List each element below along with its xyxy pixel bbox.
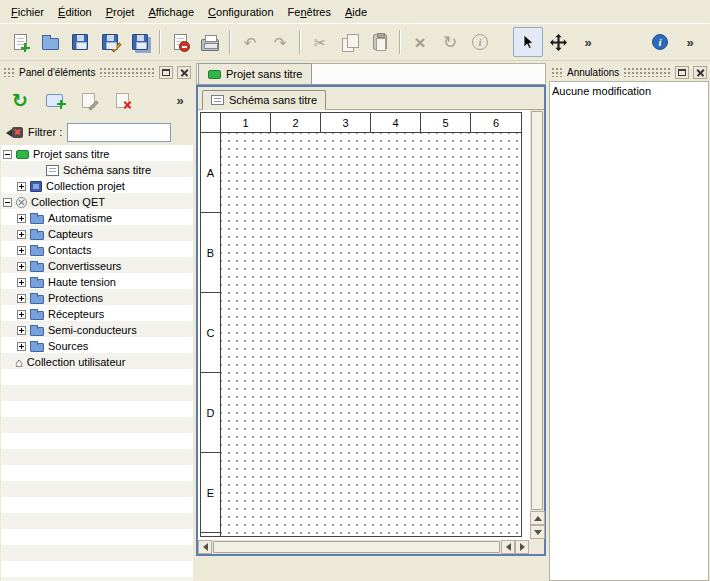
float-panel-button[interactable] (159, 66, 173, 79)
move-tool-button[interactable] (543, 27, 573, 57)
horizontal-scrollbar-thumb[interactable] (213, 541, 500, 553)
paste-button[interactable] (365, 27, 395, 57)
expand-icon[interactable] (17, 246, 26, 255)
tree-item-protections[interactable]: Protections (1, 290, 193, 306)
filter-input[interactable] (67, 123, 171, 142)
vertical-scrollbar[interactable] (529, 110, 544, 539)
reload-collections-button[interactable]: ↻ (5, 85, 35, 115)
tree-item-collection-utilisateur[interactable]: ⌂Collection utilisateur (1, 354, 193, 370)
save-as-button[interactable] (95, 27, 125, 57)
collapse-icon[interactable] (3, 150, 12, 159)
collapse-icon[interactable] (3, 198, 12, 207)
panel-toolbar-overflow-button[interactable]: » (171, 85, 189, 115)
open-project-button[interactable] (35, 27, 65, 57)
expand-icon[interactable] (17, 310, 26, 319)
new-element-icon (46, 94, 63, 107)
undo-button[interactable]: ↶ (235, 27, 265, 57)
toolbar-separator (299, 30, 301, 54)
menu-label: C (208, 6, 216, 18)
new-document-icon (14, 34, 27, 50)
expand-icon[interactable] (17, 262, 26, 271)
elements-panel-header[interactable]: Panel d'éléments (1, 63, 193, 81)
new-element-button[interactable] (39, 85, 69, 115)
copy-button[interactable] (335, 27, 365, 57)
toolbar-overflow-button[interactable]: » (573, 27, 603, 57)
tree-item-semi-conducteurs[interactable]: Semi-conducteurs (1, 322, 193, 338)
select-tool-button[interactable] (513, 27, 543, 57)
close-panel-button[interactable] (177, 66, 191, 79)
elements-tree: Projet sans titre Schéma sans titre Coll… (1, 145, 193, 581)
schema-viewport[interactable]: 1 2 3 4 5 6 A B C (198, 110, 529, 539)
tree-item-haute-tension[interactable]: Haute tension (1, 274, 193, 290)
folder-icon (30, 327, 44, 336)
dock-grip-icon[interactable] (99, 67, 155, 77)
close-panel-button[interactable] (693, 66, 707, 79)
expand-icon[interactable] (17, 342, 26, 351)
menubar: Fichier Édition Projet Affichage Configu… (0, 0, 710, 23)
tree-item-collection-projet[interactable]: Collection projet (1, 178, 193, 194)
menu-edition[interactable]: Édition (51, 3, 99, 21)
delete-button[interactable]: × (405, 27, 435, 57)
menu-configuration[interactable]: Configuration (201, 3, 280, 21)
tree-item-convertisseurs[interactable]: Convertisseurs (1, 258, 193, 274)
tree-item-recepteurs[interactable]: Récepteurs (1, 306, 193, 322)
scroll-left-button[interactable] (198, 540, 212, 554)
menu-fichier[interactable]: Fichier (4, 3, 51, 21)
element-info-button[interactable]: i (465, 27, 495, 57)
menu-affichage[interactable]: Affichage (141, 3, 201, 21)
tree-item-contacts[interactable]: Contacts (1, 242, 193, 258)
edit-element-button[interactable] (73, 85, 103, 115)
scroll-left-button-2[interactable] (501, 540, 515, 554)
clear-filter-icon[interactable] (6, 126, 23, 139)
redo-button[interactable]: ↷ (265, 27, 295, 57)
rotate-button[interactable]: ↻ (435, 27, 465, 57)
tree-item-projet-sans-titre[interactable]: Projet sans titre (1, 146, 193, 162)
new-document-button[interactable] (5, 27, 35, 57)
project-window: Schéma sans titre 1 2 3 4 5 (196, 85, 546, 556)
expand-icon[interactable] (17, 278, 26, 287)
horizontal-scrollbar[interactable] (198, 539, 529, 554)
column-header: 6 (471, 113, 521, 132)
save-all-button[interactable] (125, 27, 155, 57)
expand-icon[interactable] (17, 182, 26, 191)
menu-fenetres[interactable]: Fenêtres (281, 3, 338, 21)
menu-projet[interactable]: Projet (99, 3, 142, 21)
red-x-icon (12, 127, 23, 138)
menu-aide[interactable]: Aide (338, 3, 374, 21)
printer-icon (201, 39, 219, 51)
tree-item-automatisme[interactable]: Automatisme (1, 210, 193, 226)
tree-item-label: Récepteurs (48, 308, 104, 320)
scroll-up-button[interactable] (530, 511, 545, 525)
expand-icon[interactable] (17, 326, 26, 335)
schema-page[interactable]: 1 2 3 4 5 6 A B C (200, 112, 522, 537)
folder-icon (30, 231, 44, 240)
tree-item-schema-sans-titre[interactable]: Schéma sans titre (1, 162, 193, 178)
dock-grip-icon[interactable] (551, 67, 563, 77)
dock-grip-icon[interactable] (623, 67, 671, 77)
undo-history-list[interactable]: Aucune modification (549, 81, 709, 581)
tab-projet-sans-titre[interactable]: Projet sans titre (198, 63, 312, 84)
expand-icon[interactable] (17, 230, 26, 239)
expand-icon[interactable] (17, 214, 26, 223)
scroll-right-button[interactable] (515, 540, 529, 554)
float-panel-button[interactable] (675, 66, 689, 79)
close-file-button[interactable] (165, 27, 195, 57)
save-button[interactable] (65, 27, 95, 57)
tab-schema-sans-titre[interactable]: Schéma sans titre (202, 90, 326, 110)
schematic-canvas[interactable] (221, 133, 521, 536)
vertical-scrollbar-thumb[interactable] (531, 111, 543, 510)
undo-panel-header[interactable]: Annulations (549, 63, 709, 81)
help-toolbar-overflow-button[interactable]: » (675, 27, 705, 57)
tree-item-sources[interactable]: Sources (1, 338, 193, 354)
scroll-down-button[interactable] (530, 525, 545, 539)
tree-item-capteurs[interactable]: Capteurs (1, 226, 193, 242)
print-button[interactable] (195, 27, 225, 57)
delete-element-button[interactable] (107, 85, 137, 115)
folder-icon (30, 311, 44, 320)
expand-icon[interactable] (17, 294, 26, 303)
tree-item-collection-qet[interactable]: Collection QET (1, 194, 193, 210)
cut-icon: ✂ (314, 35, 327, 50)
dock-grip-icon[interactable] (3, 67, 15, 77)
about-button[interactable]: i (645, 27, 675, 57)
cut-button[interactable]: ✂ (305, 27, 335, 57)
